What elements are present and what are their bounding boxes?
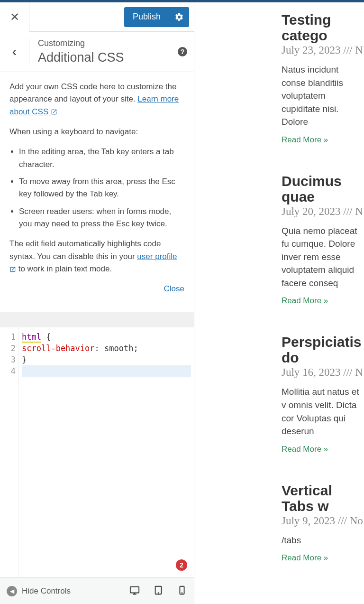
description-panel: Add your own CSS code here to customize … — [0, 72, 194, 312]
section-title-row: ‹ Customizing Additional CSS ? — [0, 32, 194, 72]
svg-point-2 — [158, 593, 159, 593]
tablet-icon — [153, 585, 164, 595]
svg-point-4 — [182, 593, 182, 593]
sidebar-footer: ◀ Hide Controls — [0, 578, 194, 604]
publish-settings-button[interactable] — [169, 7, 189, 27]
intro-text: Add your own CSS code here to customize … — [9, 81, 184, 118]
keyboard-tips-list: In the editing area, the Tab key enters … — [9, 146, 184, 230]
device-mobile-button[interactable] — [177, 585, 187, 597]
customizer-sidebar: ✕ Publish ‹ Customizing Additional CSS ?… — [0, 2, 194, 604]
read-more-link[interactable]: Read More » — [282, 553, 328, 563]
list-item: In the editing area, the Tab key enters … — [19, 146, 184, 171]
post-excerpt: Mollitia aut natus et v omnis velit. Dic… — [282, 385, 364, 437]
external-link-icon — [51, 109, 57, 115]
post-item: Vertical Tabs w July 9, 2023 /// No /tab… — [282, 483, 364, 563]
help-icon[interactable]: ? — [178, 47, 187, 56]
post-meta: July 9, 2023 /// No — [282, 515, 364, 527]
list-item: To move away from this area, press the E… — [19, 176, 184, 201]
post-meta: July 20, 2023 /// N — [282, 205, 364, 218]
svg-rect-0 — [130, 587, 139, 593]
close-button[interactable]: ✕ — [0, 2, 29, 32]
read-more-link[interactable]: Read More » — [282, 135, 328, 145]
post-title[interactable]: Perspiciatis do — [282, 334, 364, 365]
post-meta: July 23, 2023 /// N — [282, 44, 364, 56]
read-more-link[interactable]: Read More » — [282, 445, 328, 454]
list-item: Screen reader users: when in forms mode,… — [19, 205, 184, 231]
gear-icon — [174, 12, 184, 22]
line-gutter: 1 2 3 4 — [0, 327, 19, 577]
sidebar-header: ✕ Publish — [0, 2, 194, 32]
publish-button[interactable]: Publish — [124, 7, 169, 27]
syntax-text: The edit field automatically highlights … — [9, 238, 184, 275]
post-title[interactable]: Testing catego — [282, 12, 364, 43]
post-item: Perspiciatis do July 16, 2023 /// N Moll… — [282, 334, 364, 454]
post-meta: July 16, 2023 /// N — [282, 366, 364, 379]
device-tablet-button[interactable] — [153, 585, 164, 597]
error-badge[interactable]: 2 — [176, 559, 187, 571]
external-link-icon — [9, 266, 16, 273]
title-main: Additional CSS — [38, 50, 169, 65]
post-excerpt: Quia nemo placeat fu cumque. Dolore inve… — [282, 224, 364, 290]
post-title[interactable]: Vertical Tabs w — [282, 483, 364, 514]
desktop-icon — [129, 585, 140, 595]
device-desktop-button[interactable] — [129, 585, 140, 597]
keyboard-intro: When using a keyboard to navigate: — [9, 126, 184, 138]
title-eyebrow: Customizing — [38, 38, 169, 48]
close-help-link[interactable]: Close — [164, 284, 184, 293]
post-excerpt: /tabs — [282, 534, 364, 547]
post-title[interactable]: Ducimus quae — [282, 173, 364, 204]
site-preview[interactable]: Testing catego July 23, 2023 /// N Natus… — [194, 2, 364, 604]
back-button[interactable]: ‹ — [0, 38, 29, 65]
mobile-icon — [177, 585, 187, 595]
read-more-link[interactable]: Read More » — [282, 296, 328, 306]
code-area[interactable]: html { scroll-behavior: smooth; } — [19, 327, 194, 577]
hide-controls-button[interactable]: ◀ Hide Controls — [7, 586, 71, 596]
post-item: Testing catego July 23, 2023 /// N Natus… — [282, 12, 364, 145]
post-excerpt: Natus incidunt conse blanditiis voluptat… — [282, 63, 364, 129]
css-editor[interactable]: 1 2 3 4 html { scroll-behavior: smooth; … — [0, 312, 194, 578]
post-item: Ducimus quae July 20, 2023 /// N Quia ne… — [282, 173, 364, 306]
collapse-icon: ◀ — [7, 586, 17, 596]
